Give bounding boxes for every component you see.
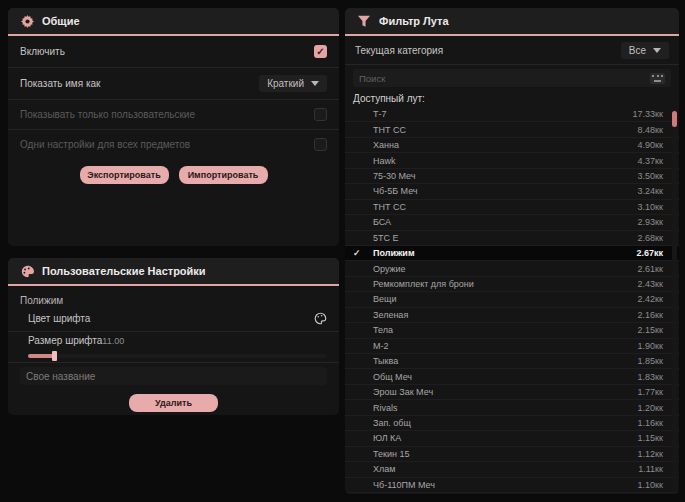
list-item[interactable]: ✓ ЮЛ КА 1.15кк — [345, 431, 679, 446]
list-item[interactable]: ✓ ТНТ СС 3.10кк — [345, 200, 679, 215]
loot-item-value: 3.10кк — [638, 202, 663, 212]
list-item[interactable]: ✓ Тыква 1.85кк — [345, 354, 679, 369]
loot-item-value: 2.16кк — [638, 310, 663, 320]
font-color-label: Цвет шрифта — [28, 313, 90, 324]
loot-item-name: 75-30 Меч — [373, 171, 638, 181]
list-item[interactable]: ✓ Зеленая 2.16кк — [345, 308, 679, 323]
scrollbar[interactable] — [672, 109, 677, 491]
name-display-value: Краткий — [267, 78, 304, 89]
list-item[interactable]: ✓ Hawk 4.37кк — [345, 153, 679, 168]
slider-handle[interactable] — [52, 351, 57, 361]
list-item[interactable]: ✓ БСА 2.93кк — [345, 215, 679, 230]
loot-item-value: 4.90кк — [638, 140, 663, 150]
list-item[interactable]: ✓ Эрош Зак Меч 1.77кк — [345, 385, 679, 400]
name-display-row: Показать имя как Краткий — [8, 68, 339, 99]
loot-item-value: 2.61кк — [638, 264, 663, 274]
loot-filter-title: Фильтр Лута — [379, 15, 449, 27]
loot-item-value: 17.33кк — [633, 109, 663, 119]
enable-checkbox[interactable]: ✓ — [314, 45, 327, 58]
list-item[interactable]: ✓ 75-30 Меч 3.50кк — [345, 169, 679, 184]
same-settings-checkbox[interactable] — [314, 138, 327, 151]
palette-icon — [20, 264, 34, 278]
list-item[interactable]: ✓ Хлам 1.11кк — [345, 462, 679, 477]
loot-item-value: 2.68кк — [638, 233, 663, 243]
font-size-slider-row — [8, 349, 339, 362]
chevron-down-icon — [311, 81, 319, 86]
general-panel: Общие Включить ✓ Показать имя как Кратки… — [8, 8, 339, 246]
list-item[interactable]: ✓ Тела 2.15кк — [345, 323, 679, 338]
loot-item-name: Зап. общ — [373, 418, 638, 428]
list-item[interactable]: ✓ Чб-110ПМ Меч 1.10кк — [345, 478, 679, 493]
loot-item-name: БСА — [373, 217, 638, 227]
category-row: Текущая категория Все — [345, 36, 679, 64]
funnel-icon — [357, 14, 371, 28]
general-panel-header: Общие — [8, 8, 339, 34]
loot-item-name: Hawk — [373, 156, 638, 166]
loot-item-name: Эрош Зак Меч — [373, 387, 638, 397]
loot-item-value: 2.93кк — [638, 217, 663, 227]
font-size-slider[interactable] — [28, 354, 327, 358]
loot-item-value: 3.50кк — [638, 171, 663, 181]
loot-item-name: Тыква — [373, 356, 638, 366]
color-picker-icon[interactable] — [313, 312, 327, 326]
check-icon: ✓ — [353, 248, 373, 258]
list-item[interactable]: ✓ Чб-5Б Меч 3.24кк — [345, 184, 679, 199]
search-row — [345, 65, 679, 89]
list-item[interactable]: ✓ Ремкомплект для брони 2.43кк — [345, 277, 679, 292]
list-item[interactable]: ✓ Т-7 17.33кк — [345, 107, 679, 122]
list-item[interactable]: ✓ Ханна 4.90кк — [345, 138, 679, 153]
list-item[interactable]: ✓ Зап. общ 1.16кк — [345, 416, 679, 431]
loot-item-name: Тела — [373, 325, 638, 335]
custom-name-input[interactable] — [20, 367, 327, 385]
slider-fill — [28, 354, 54, 358]
loot-item-name: ТНТ СС — [373, 202, 638, 212]
category-label: Текущая категория — [355, 45, 443, 56]
loot-item-value: 1.10кк — [638, 480, 663, 490]
list-item[interactable]: ✓ Текин 15 1.12кк — [345, 447, 679, 462]
name-display-label: Показать имя как — [20, 78, 100, 89]
custom-settings-title: Пользовательские Настройки — [42, 265, 206, 277]
list-item[interactable]: ✓ Полижим 2.67кк — [345, 246, 679, 261]
search-box — [353, 69, 671, 87]
loot-item-value: 1.12кк — [638, 449, 663, 459]
scrollbar-thumb[interactable] — [672, 111, 677, 127]
font-size-value: 11.00 — [102, 336, 124, 346]
keyboard-icon[interactable] — [650, 73, 665, 84]
delete-button[interactable]: Удалить — [129, 394, 218, 412]
loot-item-value: 1.83кк — [638, 372, 663, 382]
list-item[interactable]: ✓ ТНТ СС 8.48кк — [345, 122, 679, 137]
list-item[interactable]: ✓ М-2 1.90кк — [345, 339, 679, 354]
mod-config-screen: Общие Включить ✓ Показать имя как Кратки… — [0, 0, 685, 502]
loot-item-value: 2.43кк — [638, 279, 663, 289]
show-only-custom-checkbox[interactable] — [314, 108, 327, 121]
loot-item-name: Оружие — [373, 264, 638, 274]
delete-button-row: Удалить — [8, 394, 339, 412]
loot-item-name: Ремкомплект для брони — [373, 279, 638, 289]
list-item[interactable]: ✓ Общ Меч 1.83кк — [345, 369, 679, 384]
loot-item-value: 4.37кк — [638, 156, 663, 166]
selected-item-name: Полижим — [8, 286, 339, 306]
import-button[interactable]: Импортировать — [179, 166, 268, 184]
list-item[interactable]: ✓ Оружие 2.61кк — [345, 261, 679, 276]
loot-item-name: Чб-5Б Меч — [373, 186, 638, 196]
loot-item-name: 5ТС Е — [373, 233, 638, 243]
loot-item-name: Хлам — [373, 464, 638, 474]
loot-item-name: Полижим — [373, 248, 636, 258]
loot-item-name: ЮЛ КА — [373, 433, 638, 443]
name-display-dropdown[interactable]: Краткий — [259, 75, 327, 92]
loot-filter-panel: Фильтр Лута Текущая категория Все Доступ… — [345, 8, 679, 494]
list-item[interactable]: ✓ Вещи 2.42кк — [345, 292, 679, 307]
show-only-custom-row: Показывать только пользовательские — [8, 100, 339, 129]
loot-rows: ✓ Т-7 17.33кк ✓ ТНТ СС 8.48кк ✓ Ханна 4.… — [345, 107, 679, 493]
list-item[interactable]: ✓ Rivals 1.20кк — [345, 400, 679, 415]
category-value: Все — [629, 45, 646, 56]
chevron-down-icon — [653, 48, 661, 53]
search-input[interactable] — [359, 73, 650, 84]
custom-settings-panel: Пользовательские Настройки Полижим Цвет … — [8, 258, 339, 415]
loot-item-value: 8.48кк — [638, 125, 663, 135]
export-button[interactable]: Экспортировать — [80, 166, 169, 184]
gear-icon — [20, 14, 34, 28]
font-size-label: Размер шрифта — [28, 335, 102, 346]
category-dropdown[interactable]: Все — [621, 42, 669, 59]
list-item[interactable]: ✓ 5ТС Е 2.68кк — [345, 231, 679, 246]
